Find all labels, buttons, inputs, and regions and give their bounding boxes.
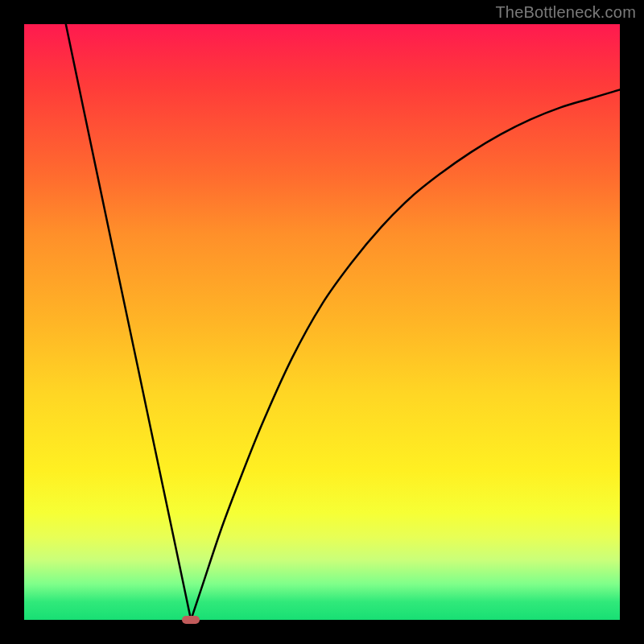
curve-svg [24,24,620,620]
plot-area [24,24,620,620]
minimum-marker [182,616,200,624]
right-branch-path [191,89,620,620]
chart-frame: TheBottleneck.com [0,0,644,644]
left-branch-path [66,24,191,620]
watermark-text: TheBottleneck.com [495,3,636,22]
